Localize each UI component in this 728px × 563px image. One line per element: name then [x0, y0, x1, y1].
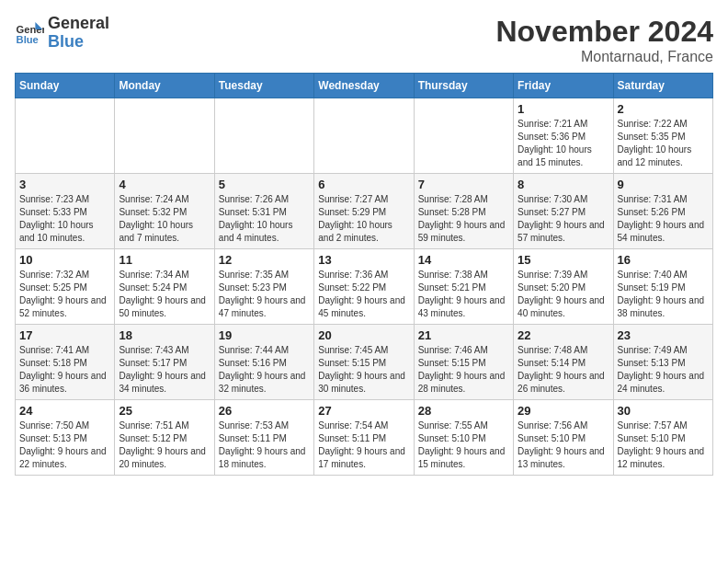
weekday-header-sunday: Sunday	[16, 74, 115, 98]
day-number: 21	[418, 328, 509, 342]
week-row-3: 10Sunrise: 7:32 AM Sunset: 5:25 PM Dayli…	[16, 249, 713, 325]
calendar-cell: 7Sunrise: 7:28 AM Sunset: 5:28 PM Daylig…	[414, 174, 513, 249]
weekday-header-tuesday: Tuesday	[214, 74, 313, 98]
day-info: Sunrise: 7:56 AM Sunset: 5:10 PM Dayligh…	[518, 419, 609, 471]
day-number: 25	[119, 404, 210, 418]
day-number: 6	[318, 178, 409, 191]
day-number: 17	[19, 328, 110, 342]
calendar-cell: 28Sunrise: 7:55 AM Sunset: 5:10 PM Dayli…	[414, 400, 513, 476]
calendar-cell	[314, 98, 414, 174]
day-number: 26	[219, 404, 310, 418]
day-number: 18	[119, 328, 210, 342]
svg-text:Blue: Blue	[17, 34, 39, 45]
day-number: 20	[318, 328, 409, 342]
day-info: Sunrise: 7:35 AM Sunset: 5:23 PM Dayligh…	[219, 269, 310, 320]
day-info: Sunrise: 7:22 AM Sunset: 5:35 PM Dayligh…	[618, 118, 709, 169]
day-info: Sunrise: 7:57 AM Sunset: 5:10 PM Dayligh…	[618, 419, 709, 471]
calendar-cell: 10Sunrise: 7:32 AM Sunset: 5:25 PM Dayli…	[16, 249, 115, 325]
calendar-cell: 2Sunrise: 7:22 AM Sunset: 5:35 PM Daylig…	[613, 98, 712, 174]
calendar-cell: 15Sunrise: 7:39 AM Sunset: 5:20 PM Dayli…	[514, 249, 613, 325]
weekday-header-monday: Monday	[115, 74, 214, 98]
week-row-4: 17Sunrise: 7:41 AM Sunset: 5:18 PM Dayli…	[16, 325, 713, 400]
day-number: 11	[119, 253, 210, 267]
day-info: Sunrise: 7:48 AM Sunset: 5:14 PM Dayligh…	[518, 344, 609, 396]
week-row-5: 24Sunrise: 7:50 AM Sunset: 5:13 PM Dayli…	[16, 400, 713, 476]
calendar-cell: 8Sunrise: 7:30 AM Sunset: 5:27 PM Daylig…	[514, 174, 613, 249]
header: General Blue General Blue November 2024 …	[15, 15, 713, 65]
logo-icon: General Blue	[15, 18, 44, 48]
weekday-header-friday: Friday	[514, 74, 613, 98]
weekday-header-thursday: Thursday	[414, 74, 513, 98]
calendar-cell: 27Sunrise: 7:54 AM Sunset: 5:11 PM Dayli…	[314, 400, 414, 476]
day-info: Sunrise: 7:53 AM Sunset: 5:11 PM Dayligh…	[219, 419, 310, 471]
day-number: 10	[19, 253, 110, 267]
calendar-cell: 9Sunrise: 7:31 AM Sunset: 5:26 PM Daylig…	[613, 174, 712, 249]
day-number: 9	[618, 178, 709, 191]
calendar-cell: 24Sunrise: 7:50 AM Sunset: 5:13 PM Dayli…	[16, 400, 115, 476]
day-number: 4	[119, 178, 210, 191]
calendar-cell: 4Sunrise: 7:24 AM Sunset: 5:32 PM Daylig…	[115, 174, 214, 249]
day-number: 14	[418, 253, 509, 267]
calendar-cell: 26Sunrise: 7:53 AM Sunset: 5:11 PM Dayli…	[214, 400, 313, 476]
week-row-2: 3Sunrise: 7:23 AM Sunset: 5:33 PM Daylig…	[16, 174, 713, 249]
calendar-cell: 11Sunrise: 7:34 AM Sunset: 5:24 PM Dayli…	[115, 249, 214, 325]
calendar-cell: 5Sunrise: 7:26 AM Sunset: 5:31 PM Daylig…	[214, 174, 313, 249]
day-number: 29	[518, 404, 609, 418]
calendar-cell: 3Sunrise: 7:23 AM Sunset: 5:33 PM Daylig…	[16, 174, 115, 249]
day-info: Sunrise: 7:44 AM Sunset: 5:16 PM Dayligh…	[219, 344, 310, 396]
week-row-1: 1Sunrise: 7:21 AM Sunset: 5:36 PM Daylig…	[16, 98, 713, 174]
logo-line2: Blue	[48, 32, 84, 51]
calendar-cell: 20Sunrise: 7:45 AM Sunset: 5:15 PM Dayli…	[314, 325, 414, 400]
day-info: Sunrise: 7:31 AM Sunset: 5:26 PM Dayligh…	[618, 193, 709, 245]
calendar-cell: 21Sunrise: 7:46 AM Sunset: 5:15 PM Dayli…	[414, 325, 513, 400]
day-number: 1	[518, 102, 609, 116]
calendar-cell	[214, 98, 313, 174]
day-number: 2	[618, 102, 709, 116]
calendar-cell: 30Sunrise: 7:57 AM Sunset: 5:10 PM Dayli…	[613, 400, 712, 476]
day-info: Sunrise: 7:55 AM Sunset: 5:10 PM Dayligh…	[418, 419, 509, 471]
calendar-cell: 25Sunrise: 7:51 AM Sunset: 5:12 PM Dayli…	[115, 400, 214, 476]
day-number: 5	[219, 178, 310, 191]
calendar-cell	[414, 98, 513, 174]
weekday-header-saturday: Saturday	[613, 74, 712, 98]
calendar-cell: 6Sunrise: 7:27 AM Sunset: 5:29 PM Daylig…	[314, 174, 414, 249]
day-info: Sunrise: 7:45 AM Sunset: 5:15 PM Dayligh…	[318, 344, 409, 396]
calendar-cell: 23Sunrise: 7:49 AM Sunset: 5:13 PM Dayli…	[613, 325, 712, 400]
day-info: Sunrise: 7:21 AM Sunset: 5:36 PM Dayligh…	[518, 118, 609, 169]
day-info: Sunrise: 7:36 AM Sunset: 5:22 PM Dayligh…	[318, 269, 409, 320]
calendar-table: SundayMondayTuesdayWednesdayThursdayFrid…	[15, 73, 713, 476]
day-number: 27	[318, 404, 409, 418]
day-info: Sunrise: 7:23 AM Sunset: 5:33 PM Dayligh…	[19, 193, 110, 245]
calendar-cell: 29Sunrise: 7:56 AM Sunset: 5:10 PM Dayli…	[514, 400, 613, 476]
day-number: 15	[518, 253, 609, 267]
day-number: 12	[219, 253, 310, 267]
calendar-cell: 22Sunrise: 7:48 AM Sunset: 5:14 PM Dayli…	[514, 325, 613, 400]
day-info: Sunrise: 7:38 AM Sunset: 5:21 PM Dayligh…	[418, 269, 509, 320]
title-area: November 2024 Montarnaud, France	[495, 15, 713, 65]
calendar-cell: 19Sunrise: 7:44 AM Sunset: 5:16 PM Dayli…	[214, 325, 313, 400]
day-info: Sunrise: 7:51 AM Sunset: 5:12 PM Dayligh…	[119, 419, 210, 471]
month-title: November 2024	[495, 15, 713, 49]
day-number: 24	[19, 404, 110, 418]
day-info: Sunrise: 7:27 AM Sunset: 5:29 PM Dayligh…	[318, 193, 409, 245]
day-number: 19	[219, 328, 310, 342]
logo-text: General Blue	[48, 15, 109, 52]
day-info: Sunrise: 7:50 AM Sunset: 5:13 PM Dayligh…	[19, 419, 110, 471]
day-info: Sunrise: 7:43 AM Sunset: 5:17 PM Dayligh…	[119, 344, 210, 396]
logo: General Blue General Blue	[15, 15, 109, 52]
day-info: Sunrise: 7:49 AM Sunset: 5:13 PM Dayligh…	[618, 344, 709, 396]
day-number: 7	[418, 178, 509, 191]
day-info: Sunrise: 7:30 AM Sunset: 5:27 PM Dayligh…	[518, 193, 609, 245]
day-number: 16	[618, 253, 709, 267]
day-info: Sunrise: 7:28 AM Sunset: 5:28 PM Dayligh…	[418, 193, 509, 245]
calendar-cell: 16Sunrise: 7:40 AM Sunset: 5:19 PM Dayli…	[613, 249, 712, 325]
day-info: Sunrise: 7:40 AM Sunset: 5:19 PM Dayligh…	[618, 269, 709, 320]
calendar-cell: 12Sunrise: 7:35 AM Sunset: 5:23 PM Dayli…	[214, 249, 313, 325]
day-number: 13	[318, 253, 409, 267]
day-number: 22	[518, 328, 609, 342]
calendar-cell: 17Sunrise: 7:41 AM Sunset: 5:18 PM Dayli…	[16, 325, 115, 400]
weekday-header-wednesday: Wednesday	[314, 74, 414, 98]
logo-line1: General	[48, 15, 109, 33]
calendar-cell: 13Sunrise: 7:36 AM Sunset: 5:22 PM Dayli…	[314, 249, 414, 325]
calendar-cell: 1Sunrise: 7:21 AM Sunset: 5:36 PM Daylig…	[514, 98, 613, 174]
